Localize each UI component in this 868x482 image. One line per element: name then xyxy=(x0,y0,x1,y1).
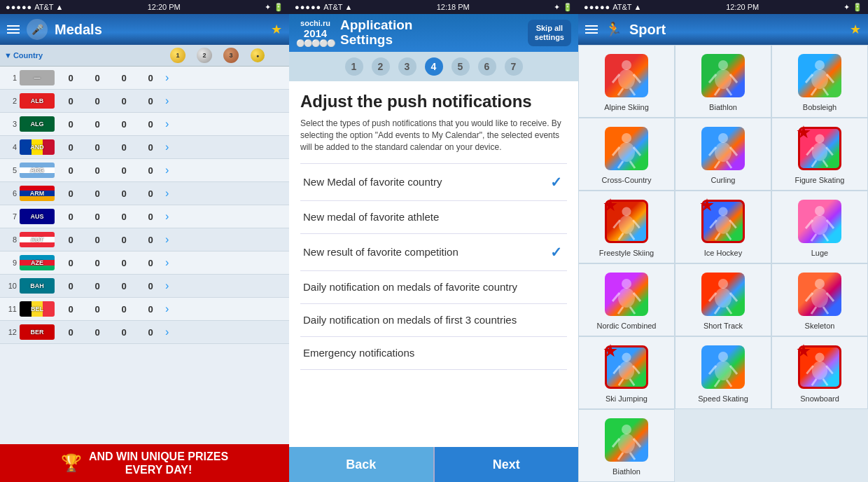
total-col-header: ● xyxy=(244,48,271,62)
notification-label: Daily notification on medals of first 3 … xyxy=(303,314,564,326)
step-1[interactable]: 1 xyxy=(345,57,363,76)
svg-line-95 xyxy=(630,453,635,460)
menu-button[interactable] xyxy=(7,25,20,34)
silver-val: 0 xyxy=(84,327,111,338)
row-number: 10 xyxy=(4,282,17,290)
sport-cell[interactable]: Bobsleigh xyxy=(771,45,868,118)
sport-icon-area xyxy=(699,270,748,319)
notification-item[interactable]: Emergency notifications xyxy=(300,336,567,370)
medals-table-header: ▼ Country 1 2 3 ● xyxy=(0,45,289,67)
sport-cell[interactable]: Luge xyxy=(771,191,868,263)
total-val: 0 xyxy=(137,119,164,130)
row-arrow-icon: › xyxy=(164,118,169,130)
svg-point-1 xyxy=(618,69,635,89)
sport-cell[interactable]: Snowboard xyxy=(771,336,868,409)
silver-val: 0 xyxy=(84,119,111,130)
table-row[interactable]: 2 ALB 0 0 0 0 › xyxy=(0,90,289,113)
table-row[interactable]: 10 BAH 0 0 0 0 › xyxy=(0,275,289,298)
bluetooth-icon-1: ✦ xyxy=(265,3,271,12)
sport-cell[interactable]: Short Track xyxy=(675,263,771,336)
table-row[interactable]: 1 — 0 0 0 0 › xyxy=(0,67,289,90)
bronze-val: 0 xyxy=(111,212,137,222)
sport-cell[interactable]: Ice Hockey xyxy=(675,191,771,263)
table-row[interactable]: 7 AUS 0 0 0 0 › xyxy=(0,205,289,228)
sport-name: Snowboard xyxy=(800,394,839,403)
gold-col-header: 1 xyxy=(164,48,191,63)
svg-line-59 xyxy=(630,307,635,314)
svg-point-55 xyxy=(618,288,635,308)
banner-text: AND WIN UNIQUE PRIZES EVERY DAY! xyxy=(89,450,228,476)
row-number: 8 xyxy=(4,235,17,244)
medals-rows: 1 — 0 0 0 0 › 2 ALB 0 0 0 0 › 3 ALG 0 0 xyxy=(0,67,289,444)
notification-item[interactable]: New medal of favorite athlete xyxy=(300,200,567,233)
sport-cell[interactable]: Nordic Combined xyxy=(578,263,675,336)
sport-cell[interactable]: Ski Jumping xyxy=(578,336,675,409)
table-row[interactable]: 11 BEL 0 0 0 0 › xyxy=(0,298,289,321)
notification-item[interactable]: Daily notification on medals of first 3 … xyxy=(300,303,567,336)
table-row[interactable]: 9 AZE 0 0 0 0 › xyxy=(0,252,289,275)
time-1: 12:20 PM xyxy=(148,3,181,11)
row-number: 3 xyxy=(4,120,17,128)
bronze-val: 0 xyxy=(111,327,137,338)
sport-cell[interactable]: Figure Skating xyxy=(771,118,868,191)
step-2[interactable]: 2 xyxy=(372,57,390,76)
country-flag: AZE xyxy=(20,255,55,270)
olympic-rings: ⚪⚪⚪⚪⚪ xyxy=(296,39,335,47)
table-row[interactable]: 3 ALG 0 0 0 0 › xyxy=(0,113,289,136)
sport-name: Ski Jumping xyxy=(606,394,648,403)
notification-item[interactable]: New result of favorite competition ✓ xyxy=(300,233,567,270)
notification-label: New Medal of favorite country xyxy=(303,176,550,188)
notification-item[interactable]: New Medal of favorite country ✓ xyxy=(300,163,567,200)
back-button[interactable]: Back xyxy=(289,447,433,482)
settings-description: Select the types of push notifications t… xyxy=(300,118,567,153)
sport-name: Alpine Skiing xyxy=(604,103,649,111)
svg-line-41 xyxy=(630,233,635,240)
carrier-3: AT&T xyxy=(612,3,631,11)
step-3[interactable]: 3 xyxy=(398,57,416,76)
country-col-header[interactable]: ▼ Country xyxy=(4,51,164,60)
sport-name: Biathlon xyxy=(612,467,640,476)
signal-dots-2: ●●●●● xyxy=(295,3,321,11)
country-flag: BAH xyxy=(20,278,55,294)
sport-cell[interactable]: Freestyle Skiing xyxy=(578,191,675,263)
total-val: 0 xyxy=(137,281,164,291)
sport-cell[interactable]: Speed Skating xyxy=(675,336,771,409)
sport-cell[interactable]: Cross-Country xyxy=(578,118,675,191)
table-row[interactable]: 5 ARG 0 0 0 0 › xyxy=(0,159,289,182)
step-5[interactable]: 5 xyxy=(451,57,470,76)
table-row[interactable]: 4 AND 0 0 0 0 › xyxy=(0,136,289,159)
step-6[interactable]: 6 xyxy=(478,57,496,76)
sport-cell[interactable]: Biathlon xyxy=(675,45,771,118)
time-2: 12:18 PM xyxy=(437,3,470,11)
step-7[interactable]: 7 xyxy=(505,57,523,76)
sport-menu-button[interactable] xyxy=(585,25,598,34)
svg-line-46 xyxy=(715,233,720,240)
settings-title-line1: Application xyxy=(340,18,528,33)
table-row[interactable]: 8 AUT 0 0 0 0 › xyxy=(0,228,289,252)
sport-cell[interactable]: Curling xyxy=(675,118,771,191)
skip-button[interactable]: Skip allsettings xyxy=(528,20,571,46)
notification-label: New medal of favorite athlete xyxy=(303,211,564,223)
sport-cell[interactable]: Alpine Skiing xyxy=(578,45,675,118)
svg-line-77 xyxy=(630,379,635,385)
sport-icon-area xyxy=(699,343,748,392)
svg-line-83 xyxy=(727,380,732,387)
sport-cell[interactable]: Skeleton xyxy=(771,263,868,336)
sport-cell[interactable]: Biathlon xyxy=(578,409,675,482)
svg-line-16 xyxy=(811,88,816,95)
step-4[interactable]: 4 xyxy=(425,57,443,76)
notification-item[interactable]: Daily notification on medals of favorite… xyxy=(300,270,567,303)
svg-point-25 xyxy=(715,142,732,162)
settings-title-line2: Settings xyxy=(340,33,528,48)
table-row[interactable]: 12 BER 0 0 0 0 › xyxy=(0,321,289,344)
total-val: 0 xyxy=(137,188,164,199)
bronze-medal-icon: 3 xyxy=(223,48,239,63)
country-flag: AND xyxy=(20,139,55,155)
svg-point-18 xyxy=(622,133,631,143)
sport-icon-area xyxy=(602,270,651,319)
svg-line-94 xyxy=(618,453,623,460)
mic-button[interactable]: 🎤 xyxy=(27,19,48,40)
next-button[interactable]: Next xyxy=(435,447,579,482)
table-row[interactable]: 6 ARM 0 0 0 0 › xyxy=(0,182,289,205)
runner-icon: 🏃 xyxy=(605,21,622,38)
